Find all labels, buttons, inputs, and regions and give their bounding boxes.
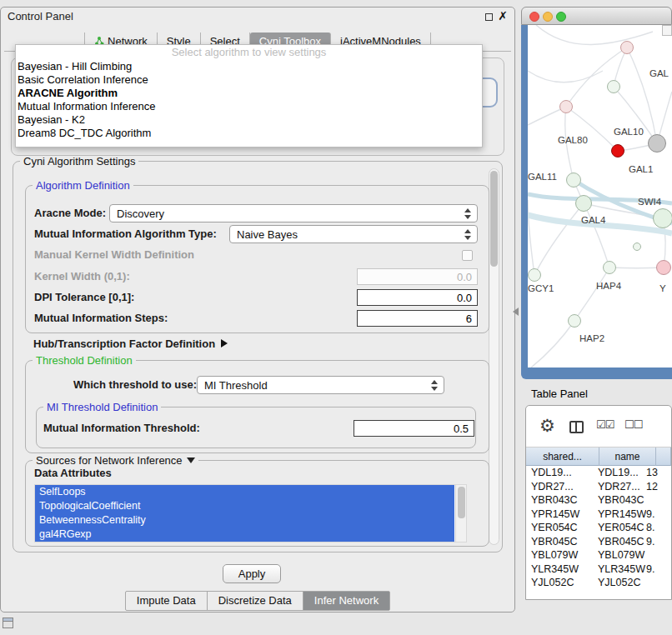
unchecked-box-icon: ☐ [624, 418, 634, 431]
network-node[interactable] [620, 41, 634, 54]
table-row[interactable]: YBR045CYBR045C9. [526, 535, 671, 549]
cell: YJL052C [594, 576, 646, 590]
panel-divider-collapse-icon[interactable] [513, 308, 519, 316]
cell: 9. [646, 508, 671, 522]
cell: YPR145W [594, 508, 646, 522]
checked-box-icon: ☑ [605, 418, 614, 431]
attribute-item-selected[interactable]: TopologicalCoefficient [35, 499, 454, 513]
table-row[interactable]: YJL052CYJL052C [526, 576, 671, 590]
table-row[interactable]: YDR27...YDR27...12 [526, 480, 671, 494]
tab-impute-data[interactable]: Impute Data [126, 592, 207, 610]
cell: 9. [646, 535, 671, 549]
node-label: GAL11 [528, 172, 557, 182]
mi-threshold-label: Mutual Information Threshold: [43, 419, 200, 438]
network-canvas[interactable]: GAL80 GAL GAL10 GAL11 GAL1 SWI4 GAL4 GCY… [528, 25, 672, 368]
gear-icon[interactable]: ⚙ [539, 416, 555, 436]
dropdown-item[interactable]: Dream8 DC_TDC Algorithm [16, 127, 482, 140]
network-node[interactable] [648, 134, 666, 152]
network-window-titlebar [521, 7, 672, 25]
tab-discretize-data[interactable]: Discretize Data [207, 592, 303, 610]
node-label: GAL1 [629, 164, 653, 174]
table-toolbar: ⚙ ☑☑ ☐☐ [526, 406, 671, 448]
network-node[interactable] [566, 172, 581, 188]
mi-type-combo[interactable]: Naive Bayes [229, 225, 478, 243]
table-panel-title: Table Panel [531, 388, 588, 400]
cell: YLR345W [594, 562, 646, 577]
node-label: GCY1 [528, 283, 554, 293]
dropdown-item[interactable]: Basic Correlation Inference [16, 73, 482, 87]
minimize-traffic-light-icon[interactable] [543, 12, 553, 22]
dpi-tolerance-field[interactable]: 0.0 [357, 289, 478, 306]
cell: YDR27... [594, 480, 646, 494]
network-node[interactable] [653, 208, 672, 228]
scrollbar-thumb[interactable] [458, 487, 465, 518]
network-node[interactable] [559, 100, 573, 113]
combo-arrows-icon [464, 229, 471, 240]
dpi-tolerance-label: DPI Tolerance [0,1]: [34, 288, 134, 307]
network-node-highlighted[interactable] [611, 144, 624, 158]
network-node[interactable] [603, 261, 616, 274]
network-node[interactable] [575, 195, 592, 212]
dropdown-item-selected[interactable]: ARACNE Algorithm [16, 87, 482, 100]
close-icon[interactable]: ✗ [498, 9, 508, 22]
canvas-corner-button[interactable] [662, 25, 672, 36]
column-header-shared-name[interactable]: shared... [526, 448, 599, 466]
cell: 9. [646, 562, 671, 577]
table-row[interactable]: YPR145WYPR145W9. [526, 508, 671, 522]
settings-scrollbar[interactable] [489, 168, 499, 545]
group-title: Cyni Algorithm Settings [20, 155, 138, 168]
network-node[interactable] [633, 242, 641, 251]
cell: YDR27... [526, 480, 594, 494]
apply-button[interactable]: Apply [223, 564, 281, 583]
network-node[interactable] [568, 314, 581, 328]
cell: YBR043C [526, 493, 594, 508]
mi-steps-field[interactable]: 6 [357, 310, 478, 327]
float-window-icon[interactable] [485, 13, 493, 21]
zoom-traffic-light-icon[interactable] [556, 12, 566, 22]
scrollbar-thumb[interactable] [490, 171, 498, 267]
cell [646, 576, 671, 590]
threshold-definition-group: Threshold Definition Which threshold to … [25, 360, 489, 453]
checked-box-icon: ☑ [596, 418, 605, 431]
hub-definition-toggle[interactable]: Hub/Transcription Factor Definition [33, 335, 228, 353]
network-node[interactable] [656, 260, 671, 275]
table-row[interactable]: YDL19...YDL19...13 [526, 466, 671, 480]
mi-steps-label: Mutual Information Steps: [34, 309, 168, 328]
chevron-down-icon [187, 458, 195, 463]
columns-icon[interactable] [569, 421, 584, 433]
aracne-mode-combo[interactable]: Discovery [109, 204, 478, 222]
table-row[interactable]: YBR043CYBR043C [526, 493, 671, 508]
attribute-item-selected[interactable]: gal4RGexp [35, 528, 454, 542]
network-view-window: GAL80 GAL GAL10 GAL11 GAL1 SWI4 GAL4 GCY… [521, 7, 672, 379]
control-panel-window: Control Panel ✗ Network Style Select Cyn… [0, 7, 515, 612]
which-threshold-combo[interactable]: MI Threshold [197, 376, 444, 394]
dropdown-placeholder: Select algorithm to view settings [16, 45, 482, 60]
mi-threshold-field[interactable]: 0.5 [354, 420, 474, 437]
list-scrollbar[interactable] [455, 485, 466, 542]
combo-value: Discovery [117, 208, 164, 220]
group-title: Algorithm Definition [33, 179, 133, 192]
column-header-cut[interactable] [656, 448, 671, 466]
column-header-name[interactable]: name [599, 448, 656, 466]
manual-kernel-checkbox[interactable] [462, 250, 473, 261]
table-row[interactable]: YLR345WYLR345W9. [526, 562, 671, 577]
close-traffic-light-icon[interactable] [529, 12, 539, 22]
dropdown-item[interactable]: Bayesian - K2 [16, 113, 482, 127]
tab-infer-network[interactable]: Infer Network [303, 592, 389, 610]
cell: 8. [646, 521, 671, 535]
select-all-icon[interactable]: ☑☑ [596, 418, 614, 431]
attribute-item-selected[interactable]: SelfLoops [35, 485, 454, 499]
table-row[interactable]: YER054CYER054C8. [526, 521, 671, 535]
cell [646, 493, 671, 508]
which-threshold-label: Which threshold to use: [73, 376, 197, 394]
dropdown-item[interactable]: Bayesian - Hill Climbing [16, 60, 482, 73]
control-panel-titlebar: Control Panel ✗ [1, 8, 514, 26]
network-node[interactable] [528, 268, 541, 282]
attribute-item-selected[interactable]: BetweennessCentrality [35, 513, 454, 528]
deselect-all-icon[interactable]: ☐☐ [624, 418, 642, 431]
table-row[interactable]: YBL079WYBL079W [526, 548, 671, 562]
kernel-width-field[interactable]: 0.0 [357, 268, 478, 285]
minimized-panel-icon[interactable] [3, 618, 13, 628]
dropdown-item[interactable]: Mutual Information Inference [16, 100, 482, 113]
network-node[interactable] [607, 80, 620, 93]
